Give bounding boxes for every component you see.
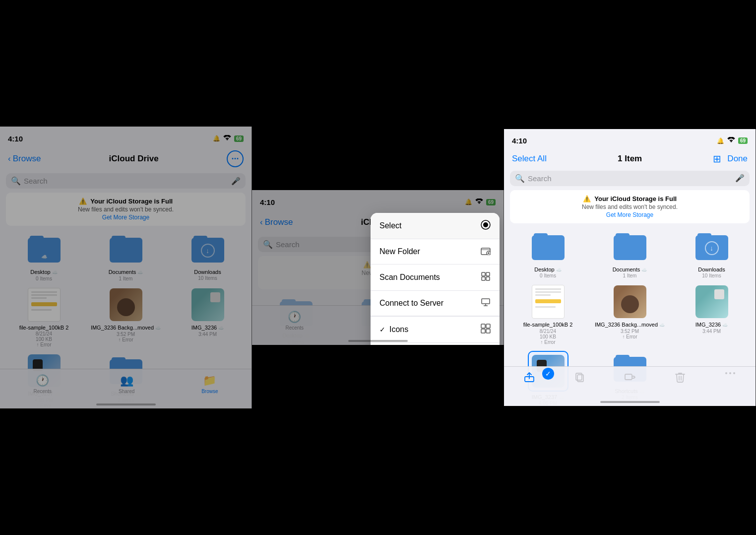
selected-checkmark: ✓	[542, 368, 554, 380]
file-item-img3236-3[interactable]: IMG_3236 ☁️ 3:44 PM	[674, 284, 750, 344]
grid-view-icon-3[interactable]: ⊞	[713, 153, 721, 165]
home-indicator-3	[600, 401, 660, 403]
dropdown-select[interactable]: Select	[371, 213, 500, 239]
dropdown-new-folder[interactable]: New Folder	[371, 239, 500, 265]
icons-check: ✓	[379, 326, 389, 334]
search-bar-3[interactable]: 🔍 Search 🎤	[510, 171, 750, 186]
done-button[interactable]: Done	[727, 154, 748, 164]
svg-point-1	[483, 222, 488, 227]
delete-button[interactable]	[675, 372, 685, 383]
dropdown-scan-docs[interactable]: Scan Documents	[371, 265, 500, 291]
file-item-desktop-3[interactable]: Desktop ☁️ 0 Items	[510, 229, 586, 279]
nav-title-3: 1 Item	[618, 154, 642, 164]
new-folder-icon	[481, 246, 491, 257]
svg-rect-16	[486, 329, 490, 333]
share-button[interactable]	[524, 372, 535, 383]
dropdown-list-view[interactable]: List	[371, 343, 500, 345]
screen-3: 4:10 🔔 69 Select All 1 Item ⊞ Done 🔍 Sea…	[504, 129, 756, 406]
svg-rect-23	[625, 374, 632, 380]
select-all-button[interactable]: Select All	[512, 154, 547, 164]
wifi-icon-3	[727, 137, 735, 144]
status-bar-3: 4:10 🔔 69	[504, 129, 756, 151]
dim-overlay-1	[0, 127, 252, 408]
screen-2: 4:10 🔔 69 ‹ Browse iCloud Drive ··· 🔍 Se…	[252, 190, 504, 345]
icloud-banner-3: ⚠️ Your iCloud Storage is Full New files…	[510, 190, 750, 223]
copy-button[interactable]	[574, 372, 585, 383]
dropdown-menu: Select New Folder Scan Documents	[371, 213, 500, 345]
screen-1: 4:10 🔔 69 ‹ Browse iCloud Drive ··· 🔍 Se…	[0, 127, 252, 408]
dropdown-select-label: Select	[379, 221, 481, 230]
battery-badge-3: 69	[738, 137, 748, 144]
svg-rect-21	[577, 375, 583, 382]
svg-point-24	[725, 372, 727, 374]
mic-icon-3: 🎤	[735, 174, 745, 183]
svg-point-26	[733, 372, 735, 374]
svg-point-25	[729, 372, 731, 374]
scan-icon	[481, 271, 491, 283]
move-button[interactable]	[625, 372, 635, 383]
svg-rect-10	[482, 299, 490, 304]
file-item-img3236b-3[interactable]: IMG_3236 Backg...moved ☁️ 3:52 PM ↑ Erro…	[592, 284, 668, 344]
dropdown-overlay[interactable]: Select New Folder Scan Documents	[252, 190, 504, 345]
server-icon	[481, 298, 491, 309]
time-3: 4:10	[512, 136, 527, 145]
file-item-downloads-3[interactable]: ↓ Downloads 10 Items	[674, 229, 750, 279]
search-icon-3: 🔍	[515, 174, 525, 183]
select-icon	[481, 220, 491, 232]
banner-link-3[interactable]: Get More Storage	[517, 211, 743, 218]
svg-rect-15	[481, 329, 485, 333]
file-item-documents-3[interactable]: Documents ☁️ 1 Item	[592, 229, 668, 279]
dropdown-connect-label: Connect to Server	[379, 299, 481, 308]
home-indicator-2	[348, 340, 408, 342]
banner-title-3: ⚠️ Your iCloud Storage is Full	[517, 195, 743, 202]
file-item-doc-3[interactable]: file-sample_100kB 2 8/21/24 100 KB ↑ Err…	[510, 284, 586, 344]
svg-rect-6	[482, 272, 485, 276]
dropdown-icons-label: Icons	[389, 325, 481, 334]
svg-rect-9	[486, 277, 490, 280]
more-action-button[interactable]	[725, 372, 736, 375]
svg-rect-14	[486, 324, 490, 328]
nav-bar-3: Select All 1 Item ⊞ Done	[504, 151, 756, 169]
dropdown-connect-server[interactable]: Connect to Server	[371, 291, 500, 316]
dropdown-new-folder-label: New Folder	[379, 247, 481, 256]
banner-sub-3: New files and edits won't be synced.	[517, 203, 743, 210]
svg-rect-13	[481, 324, 485, 328]
search-placeholder-3: Search	[528, 174, 732, 183]
svg-rect-22	[576, 373, 582, 380]
dropdown-scan-label: Scan Documents	[379, 273, 481, 282]
svg-rect-7	[486, 272, 490, 276]
status-icons-3: 🔔 69	[717, 137, 748, 144]
bell-icon-3: 🔔	[717, 137, 724, 144]
icons-view-icon	[481, 324, 491, 335]
nav-right-3: ⊞ Done	[713, 153, 748, 165]
svg-rect-8	[482, 277, 485, 280]
dropdown-icons-view[interactable]: ✓ Icons	[371, 317, 500, 343]
